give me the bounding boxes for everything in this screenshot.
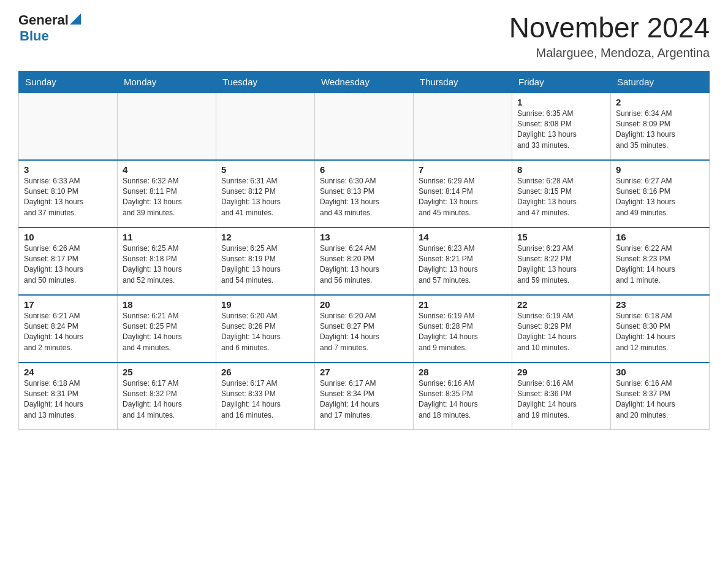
calendar-week-row: 10Sunrise: 6:26 AM Sunset: 8:17 PM Dayli… (19, 228, 710, 295)
weekday-header-cell: Sunday (19, 71, 118, 93)
calendar-body: 1Sunrise: 6:35 AM Sunset: 8:08 PM Daylig… (19, 93, 710, 430)
day-info: Sunrise: 6:27 AM Sunset: 8:16 PM Dayligh… (616, 176, 704, 219)
day-info: Sunrise: 6:23 AM Sunset: 8:22 PM Dayligh… (517, 243, 605, 286)
day-number: 22 (517, 299, 605, 310)
calendar-cell: 26Sunrise: 6:17 AM Sunset: 8:33 PM Dayli… (216, 362, 315, 430)
day-info: Sunrise: 6:16 AM Sunset: 8:35 PM Dayligh… (419, 378, 507, 421)
calendar-cell: 23Sunrise: 6:18 AM Sunset: 8:30 PM Dayli… (611, 295, 710, 362)
calendar-cell: 12Sunrise: 6:25 AM Sunset: 8:19 PM Dayli… (216, 228, 315, 295)
day-info: Sunrise: 6:31 AM Sunset: 8:12 PM Dayligh… (221, 176, 309, 219)
day-info: Sunrise: 6:21 AM Sunset: 8:25 PM Dayligh… (123, 311, 211, 354)
day-info: Sunrise: 6:25 AM Sunset: 8:18 PM Dayligh… (123, 243, 211, 286)
day-info: Sunrise: 6:23 AM Sunset: 8:21 PM Dayligh… (419, 243, 507, 286)
day-info: Sunrise: 6:34 AM Sunset: 8:09 PM Dayligh… (616, 109, 704, 151)
day-info: Sunrise: 6:17 AM Sunset: 8:34 PM Dayligh… (320, 378, 408, 421)
title-section: November 2024 Malarguee, Mendoza, Argent… (509, 12, 710, 60)
calendar-title: November 2024 (509, 12, 710, 44)
calendar-cell: 19Sunrise: 6:20 AM Sunset: 8:26 PM Dayli… (216, 295, 315, 362)
weekday-header-cell: Tuesday (216, 71, 315, 93)
day-number: 26 (221, 367, 309, 377)
calendar-table: SundayMondayTuesdayWednesdayThursdayFrid… (18, 71, 710, 431)
day-number: 16 (616, 232, 704, 242)
day-number: 28 (419, 367, 507, 377)
calendar-cell: 22Sunrise: 6:19 AM Sunset: 8:29 PM Dayli… (512, 295, 611, 362)
calendar-cell: 3Sunrise: 6:33 AM Sunset: 8:10 PM Daylig… (19, 160, 118, 228)
day-info: Sunrise: 6:25 AM Sunset: 8:19 PM Dayligh… (221, 243, 309, 286)
day-info: Sunrise: 6:29 AM Sunset: 8:14 PM Dayligh… (419, 176, 507, 219)
logo-arrow-icon (70, 13, 81, 25)
day-info: Sunrise: 6:18 AM Sunset: 8:31 PM Dayligh… (24, 378, 112, 421)
day-info: Sunrise: 6:19 AM Sunset: 8:28 PM Dayligh… (419, 311, 507, 354)
day-info: Sunrise: 6:17 AM Sunset: 8:32 PM Dayligh… (123, 378, 211, 421)
day-info: Sunrise: 6:19 AM Sunset: 8:29 PM Dayligh… (517, 311, 605, 354)
calendar-cell (414, 93, 512, 160)
calendar-cell: 2Sunrise: 6:34 AM Sunset: 8:09 PM Daylig… (611, 93, 710, 160)
day-info: Sunrise: 6:16 AM Sunset: 8:37 PM Dayligh… (616, 378, 704, 421)
calendar-cell: 11Sunrise: 6:25 AM Sunset: 8:18 PM Dayli… (118, 228, 216, 295)
calendar-cell: 15Sunrise: 6:23 AM Sunset: 8:22 PM Dayli… (512, 228, 611, 295)
calendar-cell: 29Sunrise: 6:16 AM Sunset: 8:36 PM Dayli… (512, 362, 611, 430)
weekday-header-cell: Thursday (414, 71, 512, 93)
calendar-week-row: 1Sunrise: 6:35 AM Sunset: 8:08 PM Daylig… (19, 93, 710, 160)
day-number: 1 (517, 97, 605, 107)
weekday-header-cell: Saturday (611, 71, 710, 93)
calendar-cell (315, 93, 414, 160)
calendar-cell: 17Sunrise: 6:21 AM Sunset: 8:24 PM Dayli… (19, 295, 118, 362)
day-info: Sunrise: 6:20 AM Sunset: 8:27 PM Dayligh… (320, 311, 408, 354)
day-number: 9 (616, 164, 704, 175)
calendar-cell: 10Sunrise: 6:26 AM Sunset: 8:17 PM Dayli… (19, 228, 118, 295)
day-number: 8 (517, 164, 605, 175)
calendar-cell: 24Sunrise: 6:18 AM Sunset: 8:31 PM Dayli… (19, 362, 118, 430)
day-number: 10 (24, 232, 112, 242)
calendar-cell (118, 93, 216, 160)
day-number: 19 (221, 299, 309, 310)
day-info: Sunrise: 6:22 AM Sunset: 8:23 PM Dayligh… (616, 243, 704, 286)
calendar-cell: 25Sunrise: 6:17 AM Sunset: 8:32 PM Dayli… (118, 362, 216, 430)
day-info: Sunrise: 6:32 AM Sunset: 8:11 PM Dayligh… (123, 176, 211, 219)
day-number: 25 (123, 367, 211, 377)
day-number: 14 (419, 232, 507, 242)
calendar-week-row: 17Sunrise: 6:21 AM Sunset: 8:24 PM Dayli… (19, 295, 710, 362)
calendar-cell: 4Sunrise: 6:32 AM Sunset: 8:11 PM Daylig… (118, 160, 216, 228)
day-number: 18 (123, 299, 211, 310)
day-info: Sunrise: 6:26 AM Sunset: 8:17 PM Dayligh… (24, 243, 112, 286)
calendar-cell (216, 93, 315, 160)
weekday-header-row: SundayMondayTuesdayWednesdayThursdayFrid… (19, 71, 710, 93)
day-number: 27 (320, 367, 408, 377)
weekday-header-cell: Wednesday (315, 71, 414, 93)
day-number: 30 (616, 367, 704, 377)
day-number: 21 (419, 299, 507, 310)
day-number: 15 (517, 232, 605, 242)
day-number: 6 (320, 164, 408, 175)
logo: General Blue (18, 12, 81, 44)
calendar-cell: 8Sunrise: 6:28 AM Sunset: 8:15 PM Daylig… (512, 160, 611, 228)
calendar-cell: 20Sunrise: 6:20 AM Sunset: 8:27 PM Dayli… (315, 295, 414, 362)
day-info: Sunrise: 6:35 AM Sunset: 8:08 PM Dayligh… (517, 109, 605, 151)
calendar-cell: 13Sunrise: 6:24 AM Sunset: 8:20 PM Dayli… (315, 228, 414, 295)
day-number: 17 (24, 299, 112, 310)
calendar-cell: 6Sunrise: 6:30 AM Sunset: 8:13 PM Daylig… (315, 160, 414, 228)
day-info: Sunrise: 6:24 AM Sunset: 8:20 PM Dayligh… (320, 243, 408, 286)
calendar-week-row: 3Sunrise: 6:33 AM Sunset: 8:10 PM Daylig… (19, 160, 710, 228)
day-info: Sunrise: 6:18 AM Sunset: 8:30 PM Dayligh… (616, 311, 704, 354)
day-number: 11 (123, 232, 211, 242)
day-number: 23 (616, 299, 704, 310)
calendar-subtitle: Malarguee, Mendoza, Argentina (509, 46, 710, 60)
calendar-cell: 21Sunrise: 6:19 AM Sunset: 8:28 PM Dayli… (414, 295, 512, 362)
day-number: 20 (320, 299, 408, 310)
calendar-cell: 5Sunrise: 6:31 AM Sunset: 8:12 PM Daylig… (216, 160, 315, 228)
day-number: 13 (320, 232, 408, 242)
calendar-week-row: 24Sunrise: 6:18 AM Sunset: 8:31 PM Dayli… (19, 362, 710, 430)
day-number: 3 (24, 164, 112, 175)
calendar-cell (19, 93, 118, 160)
day-number: 4 (123, 164, 211, 175)
day-info: Sunrise: 6:16 AM Sunset: 8:36 PM Dayligh… (517, 378, 605, 421)
day-number: 12 (221, 232, 309, 242)
weekday-header-cell: Monday (118, 71, 216, 93)
day-number: 29 (517, 367, 605, 377)
weekday-header-cell: Friday (512, 71, 611, 93)
logo-text-general: General (18, 12, 69, 28)
calendar-cell: 28Sunrise: 6:16 AM Sunset: 8:35 PM Dayli… (414, 362, 512, 430)
day-info: Sunrise: 6:20 AM Sunset: 8:26 PM Dayligh… (221, 311, 309, 354)
calendar-cell: 27Sunrise: 6:17 AM Sunset: 8:34 PM Dayli… (315, 362, 414, 430)
